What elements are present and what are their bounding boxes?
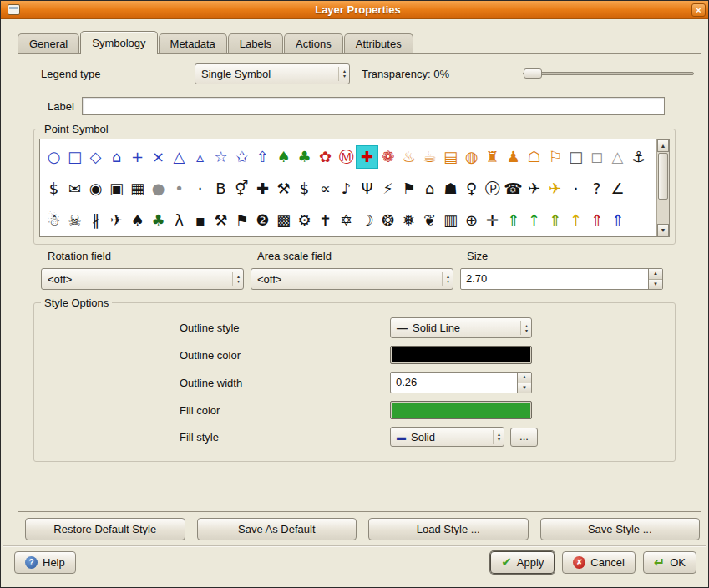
symbol-parking[interactable]: Ⓟ [482, 178, 503, 200]
symbol-fuel[interactable]: ⚡ [377, 178, 398, 200]
scrollbar-thumb[interactable] [658, 153, 668, 200]
symbol-fish[interactable]: ∝ [315, 178, 336, 200]
symbol-white-rectangle[interactable]: □ [565, 146, 586, 168]
symbol-shelter[interactable]: ☖ [524, 146, 544, 168]
symbol-arrow-green-circle[interactable]: ⇑ [503, 210, 524, 231]
slider-handle[interactable] [524, 68, 542, 79]
symbol-forest-tree[interactable]: ♣ [148, 210, 169, 231]
symbol-snowflake[interactable]: ❅ [398, 210, 419, 231]
tab-symbology[interactable]: Symbology [80, 31, 157, 54]
symbol-picture[interactable]: ◍ [461, 146, 482, 168]
symbol-telephone[interactable]: ☎ [503, 178, 524, 200]
apply-button[interactable]: ✔ Apply [490, 551, 555, 574]
symbol-cafe[interactable]: ☕ [419, 146, 440, 168]
symbol-balloon[interactable]: ♀ [461, 178, 482, 200]
symbol-arrow-yellow[interactable]: ↑ [565, 210, 586, 231]
symbol-statue[interactable]: ♟ [503, 146, 524, 168]
fill-color-button[interactable] [390, 401, 532, 419]
outline-color-button[interactable] [390, 346, 532, 364]
symbol-works[interactable]: ☗ [440, 178, 461, 200]
symbol-hospital[interactable]: ✚ [252, 178, 273, 200]
symbol-arrow-red-circle[interactable]: ⇑ [586, 210, 607, 231]
tab-actions[interactable]: Actions [284, 33, 343, 53]
symbol-gray-triangle[interactable]: △ [607, 146, 628, 168]
symbol-anchor[interactable]: ⚓ [628, 146, 649, 168]
symbol-moon[interactable]: ☽ [357, 210, 377, 231]
load-style-button[interactable]: Load Style ... [368, 518, 529, 540]
symbol-circle-cross[interactable]: ⊕ [461, 210, 482, 231]
tab-general[interactable]: General [18, 33, 79, 53]
symbol-blossom[interactable]: ❁ [377, 146, 398, 168]
symbol-flag[interactable]: ⚑ [231, 210, 252, 231]
scrollbar-trough[interactable] [657, 200, 669, 224]
symbol-deciduous-tree[interactable]: ♣ [294, 146, 315, 168]
symbol-circle[interactable]: ○ [43, 146, 64, 168]
ok-button[interactable]: ↵ OK [643, 551, 696, 574]
legend-type-select[interactable]: Single Symbol ▴▾ [195, 63, 350, 84]
size-increment-button[interactable]: ▲ [649, 269, 662, 280]
symbol-atm[interactable]: $ [294, 178, 315, 200]
symbol-flower[interactable]: ✿ [315, 146, 336, 168]
symbol-route-marker[interactable]: ❷ [252, 210, 273, 231]
symbol-danger[interactable]: ☠ [64, 210, 85, 231]
symbol-regular-star[interactable]: ✩ [231, 146, 252, 168]
label-input[interactable] [82, 97, 665, 115]
area-scale-field-select[interactable]: <off> ▴▾ [251, 268, 453, 290]
symbol-bank-card[interactable]: ✉ [64, 178, 85, 200]
symbol-small-square[interactable]: ▪ [190, 210, 210, 231]
symbol-sun[interactable]: ❂ [377, 210, 398, 231]
symbol-building[interactable]: ▦ [127, 178, 148, 200]
outline-width-increment-button[interactable]: ▲ [518, 373, 531, 383]
symbol-leaf[interactable]: ❦ [419, 210, 440, 231]
symbol-dollar[interactable]: $ [43, 178, 64, 200]
symbol-star-of-david[interactable]: ✡ [336, 210, 357, 231]
symbol-rectangle[interactable]: □ [64, 146, 85, 168]
fill-style-select[interactable]: ▬ Solid ▴▾ [390, 427, 504, 447]
symbol-triangle[interactable]: △ [169, 146, 190, 168]
symbol-cross[interactable]: + [127, 146, 148, 168]
symbol-bank[interactable]: B [210, 178, 231, 200]
symbol-religious-cross[interactable]: ✝ [315, 210, 336, 231]
symbol-monument[interactable]: Ⓜ [336, 146, 357, 168]
titlebar[interactable]: Layer Properties × [1, 1, 708, 19]
save-as-default-button[interactable]: Save As Default [197, 518, 357, 540]
help-button[interactable]: ? Help [14, 551, 76, 574]
symbol-car[interactable]: ▣ [106, 178, 127, 200]
symbol-cross-x[interactable]: × [148, 146, 169, 168]
restore-default-style-button[interactable]: Restore Default Style [25, 518, 185, 540]
transparency-slider[interactable] [523, 67, 694, 80]
symbol-golf[interactable]: ⚑ [398, 178, 419, 200]
symbol-diamond[interactable]: ◇ [85, 146, 106, 168]
symbol-arrow-green[interactable]: ↑ [524, 210, 544, 231]
symbol-arrow-blue-circle[interactable]: ⇑ [607, 210, 628, 231]
symbol-first-aid-cross[interactable]: ✚ [357, 146, 377, 168]
cancel-button[interactable]: ✘ Cancel [562, 551, 635, 574]
symbol-ruins[interactable]: ▥ [440, 210, 461, 231]
symbol-lodging[interactable]: ▤ [440, 146, 461, 168]
symbol-small-dot[interactable]: · [190, 178, 210, 200]
symbol-toilets[interactable]: ⚥ [231, 178, 252, 200]
outline-style-select[interactable]: — Solid Line ▴▾ [390, 317, 532, 338]
symbol-slipway[interactable]: ∠ [607, 178, 628, 200]
symbol-airfield[interactable]: ✈ [544, 178, 565, 200]
symbol-small-rectangle[interactable]: ◻ [586, 146, 607, 168]
size-spinner[interactable]: 2.70 ▲▼ [460, 268, 663, 290]
symbol-forest-conifer[interactable]: ♠ [127, 210, 148, 231]
outline-width-spinner[interactable]: 0.26 ▲▼ [390, 372, 532, 393]
symbol-large-dot[interactable]: ● [148, 178, 169, 200]
symbol-medium-dot[interactable]: • [169, 178, 190, 200]
tab-metadata[interactable]: Metadata [159, 33, 227, 53]
symbol-tower[interactable]: ♜ [482, 146, 503, 168]
scroll-up-button[interactable]: ▲ [657, 139, 669, 152]
symbol-music[interactable]: ♪ [336, 178, 357, 200]
symbol-hut[interactable]: ▩ [273, 210, 294, 231]
symbol-point[interactable]: · [565, 178, 586, 200]
rotation-field-select[interactable]: <off> ▴▾ [41, 268, 244, 290]
symbol-conifer-tree[interactable]: ♠ [273, 146, 294, 168]
symbol-unknown[interactable]: ? [586, 178, 607, 200]
symbol-restaurant[interactable]: Ψ [357, 178, 377, 200]
symbol-scrollbar[interactable]: ▲ ▼ [656, 139, 669, 236]
symbol-spring[interactable]: ♨ [398, 146, 419, 168]
symbol-mine[interactable]: ⚒ [210, 210, 231, 231]
symbol-gear[interactable]: ⚙ [294, 210, 315, 231]
